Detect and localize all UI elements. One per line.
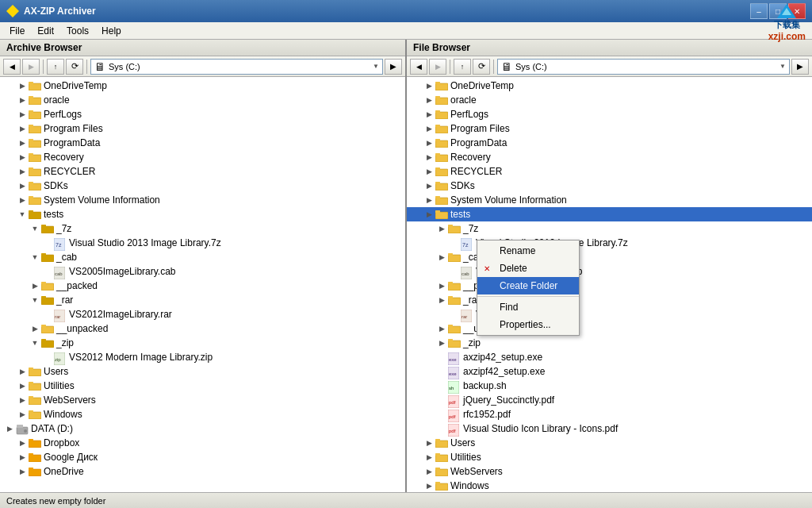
tree-item-vs2005cab2[interactable]: cabVS2005ImageLibrary.cab [407, 264, 812, 279]
context-menu-item-properties[interactable]: Properties... [477, 316, 579, 333]
expander-icon[interactable]: ▶ [29, 279, 41, 292]
expander-icon[interactable]: ▶ [16, 79, 29, 92]
expander-icon[interactable]: ▶ [423, 194, 435, 206]
back-button[interactable]: ◀ [3, 59, 21, 75]
menu-help[interactable]: Help [95, 24, 128, 38]
expander-icon[interactable]: ▶ [423, 122, 435, 135]
tree-item-rar1[interactable]: ▼_rar [0, 293, 405, 307]
tree-item-oracle2[interactable]: ▶oracle [407, 93, 812, 107]
tree-item-vs2005cab1[interactable]: cabVS2005ImageLibrary.cab [0, 264, 405, 279]
tree-item-programfiles2[interactable]: ▶Program Files [407, 121, 812, 136]
fwd-button[interactable]: ▶ [22, 59, 40, 75]
expander-icon[interactable]: ▶ [16, 122, 29, 135]
expander-icon[interactable]: ▼ [29, 251, 41, 264]
tree-item-webservers1[interactable]: ▶WebServers [0, 393, 405, 407]
tree-item-programdata1[interactable]: ▶ProgramData [0, 136, 405, 150]
expander-icon[interactable]: ▶ [423, 151, 435, 164]
expander-icon[interactable]: ▼ [29, 337, 41, 349]
expander-icon[interactable]: ▶ [423, 108, 435, 121]
tree-item-cab1[interactable]: ▼_cab [0, 250, 405, 264]
expander-icon[interactable] [435, 379, 448, 392]
tree-item-utilities2[interactable]: ▶Utilities [407, 450, 812, 464]
expander-icon[interactable]: ▶ [16, 365, 29, 378]
expander-icon[interactable] [435, 351, 448, 364]
expander-icon[interactable] [448, 265, 461, 278]
tree-item-windows1[interactable]: ▶Windows [0, 407, 405, 421]
tree-item-onedrivetemp1[interactable]: ▶OneDriveTemp [0, 79, 405, 93]
tree-item-programdata2[interactable]: ▶ProgramData [407, 136, 812, 150]
expander-icon[interactable]: ▶ [435, 337, 448, 349]
expander-icon[interactable] [435, 365, 448, 378]
tree-item-backupsh[interactable]: shbackup.sh [407, 379, 812, 393]
menu-file[interactable]: File [3, 24, 31, 38]
tree-item-vs2013lib2[interactable]: 7zVisual Studio 2013 Image Library.7z [407, 236, 812, 250]
expander-icon[interactable]: ▶ [423, 465, 435, 478]
file-address-dropdown-icon[interactable]: ▼ [779, 63, 786, 70]
file-back-button[interactable]: ◀ [410, 59, 427, 75]
tree-item-vs2012rar1[interactable]: rarVS2012ImageLibrary.rar [0, 307, 405, 321]
expander-icon[interactable]: ▶ [423, 94, 435, 106]
expander-icon[interactable] [41, 351, 54, 364]
expander-icon[interactable]: ▶ [423, 137, 435, 149]
tree-item-users2[interactable]: ▶Users [407, 436, 812, 450]
tree-item-sdks2[interactable]: ▶SDKs [407, 179, 812, 193]
expander-icon[interactable] [435, 394, 448, 406]
refresh-button[interactable]: ⟳ [66, 59, 83, 75]
tree-item-onedrivetemp2[interactable]: ▶OneDriveTemp [407, 79, 812, 93]
tree-item-sdks1[interactable]: ▶SDKs [0, 179, 405, 193]
expander-icon[interactable]: ▶ [16, 194, 29, 206]
expander-icon[interactable]: ▶ [16, 451, 29, 464]
expander-icon[interactable]: ▶ [16, 151, 29, 164]
tree-item-webservers2[interactable]: ▶WebServers [407, 464, 812, 479]
expander-icon[interactable]: ▶ [16, 408, 29, 421]
tree-item-zip1[interactable]: ▼_zip [0, 336, 405, 350]
file-fwd-button[interactable]: ▶ [429, 59, 446, 75]
tree-item-oracle1[interactable]: ▶oracle [0, 93, 405, 107]
minimize-button[interactable]: – [750, 3, 768, 19]
expander-icon[interactable]: ▶ [423, 79, 435, 92]
expander-icon[interactable]: ▶ [423, 165, 435, 178]
menu-edit[interactable]: Edit [31, 24, 60, 38]
expander-icon[interactable] [41, 265, 54, 278]
tree-item-jquerysuccinctly[interactable]: pdfjQuery_Succinctly.pdf [407, 393, 812, 407]
tree-item-rfc1952[interactable]: pdfrfc1952.pdf [407, 407, 812, 421]
file-go-button[interactable]: ▶ [791, 59, 809, 75]
tree-item-dropbox1[interactable]: ▶Dropbox [0, 436, 405, 450]
tree-item-onedrive1[interactable]: ▶OneDrive [0, 464, 405, 479]
tree-item-tests2[interactable]: ▶tests [407, 207, 812, 221]
context-menu-item-find[interactable]: Find [477, 298, 579, 316]
menu-tools[interactable]: Tools [60, 24, 95, 38]
expander-icon[interactable] [41, 237, 54, 249]
tree-item-cab2[interactable]: ▶_cab [407, 250, 812, 264]
expander-icon[interactable]: ▶ [423, 451, 435, 464]
tree-item-recovery1[interactable]: ▶Recovery [0, 150, 405, 164]
expander-icon[interactable]: ▶ [29, 322, 41, 335]
tree-item-recycler1[interactable]: ▶RECYCLER [0, 164, 405, 179]
expander-icon[interactable]: ▶ [16, 179, 29, 192]
context-menu-item-rename[interactable]: Rename [477, 242, 579, 260]
expander-icon[interactable]: ▶ [16, 94, 29, 106]
expander-icon[interactable]: ▶ [16, 437, 29, 449]
expander-icon[interactable]: ▶ [435, 251, 448, 264]
expander-icon[interactable]: ▶ [16, 465, 29, 478]
up-button[interactable]: ↑ [47, 59, 64, 75]
tree-item-packed2[interactable]: ▶__packed [407, 279, 812, 293]
tree-item-zip2[interactable]: ▶_zip [407, 336, 812, 350]
tree-item-vs2012rar2[interactable]: rarVS2012ImageLibrary.rar [407, 307, 812, 321]
expander-icon[interactable]: ▶ [16, 137, 29, 149]
expander-icon[interactable]: ▶ [435, 279, 448, 292]
file-refresh-button[interactable]: ⟳ [473, 59, 490, 75]
tree-item-axzip42setup_exe[interactable]: exeaxzip42_setup.exe [407, 350, 812, 364]
expander-icon[interactable] [448, 237, 461, 249]
tree-item-sysvolinfo2[interactable]: ▶System Volume Information [407, 193, 812, 207]
expander-icon[interactable]: ▶ [435, 294, 448, 306]
expander-icon[interactable]: ▶ [16, 165, 29, 178]
tree-item-sysvolinfo1[interactable]: ▶System Volume Information [0, 193, 405, 207]
expander-icon[interactable]: ▼ [16, 208, 29, 221]
tree-item-perflogs1[interactable]: ▶PerfLogs [0, 107, 405, 121]
archive-tree[interactable]: ▶OneDriveTemp▶oracle▶PerfLogs▶Program Fi… [0, 77, 405, 492]
tree-item-datad1[interactable]: ▶DATA (D:) [0, 421, 405, 436]
context-menu-item-createfolder[interactable]: Create Folder [477, 277, 579, 294]
expander-icon[interactable]: ▶ [423, 479, 435, 492]
tree-item-tests1[interactable]: ▼tests [0, 207, 405, 221]
